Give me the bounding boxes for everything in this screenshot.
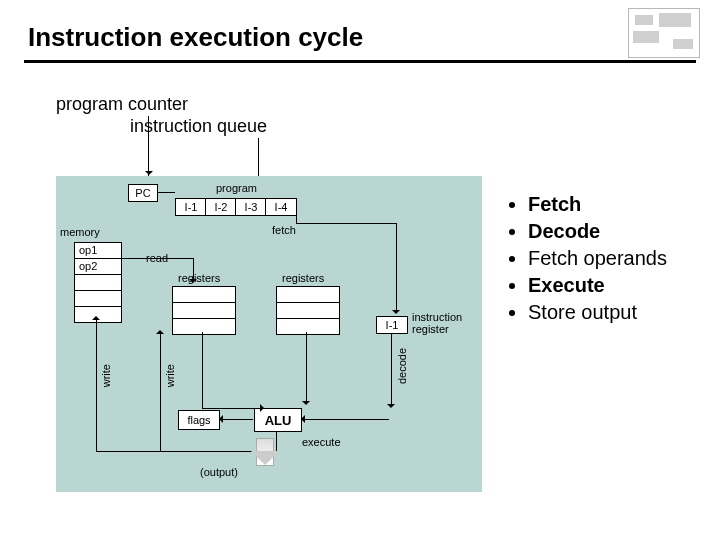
line-regL-down (202, 332, 203, 408)
label-program: program (216, 182, 257, 194)
line-alu-down (276, 431, 277, 451)
label-output: (output) (200, 466, 238, 478)
page-title: Instruction execution cycle (28, 22, 363, 53)
line-fetch-1 (296, 215, 297, 223)
iq-4: I-4 (265, 198, 297, 216)
line-read-1 (121, 258, 193, 259)
ah-regL (260, 404, 268, 412)
label-program-counter: program counter (56, 94, 188, 115)
ah-flags (215, 415, 223, 423)
bullet-decode: Decode (528, 219, 710, 244)
ah-write-reg (156, 326, 164, 334)
arrow-pc (148, 116, 149, 178)
mem-r4 (75, 291, 121, 307)
flags-box: flags (178, 410, 220, 430)
iq-3: I-3 (235, 198, 267, 216)
ah-ir-alu (297, 415, 305, 423)
label-instruction-register: instruction register (412, 311, 462, 335)
line-out-h (96, 451, 277, 452)
line-fetch-2 (296, 223, 396, 224)
label-execute: execute (302, 436, 341, 448)
bullet-execute: Execute (528, 273, 710, 298)
ah-decode (387, 404, 395, 412)
label-write-2: write (100, 364, 112, 387)
bullet-fetch-operands: Fetch operands (528, 246, 710, 271)
label-registers-1: registers (178, 272, 220, 284)
ah-write-mem (92, 312, 100, 320)
line-write-mem (96, 318, 97, 451)
label-fetch: fetch (272, 224, 296, 236)
mem-r3 (75, 275, 121, 291)
label-decode: decode (396, 348, 408, 384)
line-regL-h (202, 408, 262, 409)
line-regR-down (306, 332, 307, 402)
label-registers-2: registers (282, 272, 324, 284)
registers-right (276, 286, 340, 335)
line-flags (219, 419, 253, 420)
bullet-fetch: Fetch (528, 192, 710, 217)
registers-left (172, 286, 236, 335)
ah-regR (302, 401, 310, 409)
label-write-1: write (164, 364, 176, 387)
diagram-area: PC program I-1 I-2 I-3 I-4 fetch memory … (56, 176, 482, 492)
label-instruction-queue: instruction queue (130, 116, 267, 137)
line-write-reg (160, 332, 161, 451)
corner-logo (628, 8, 700, 58)
pc-box: PC (128, 184, 158, 202)
iq-2: I-2 (205, 198, 237, 216)
ir-box: I-1 (376, 316, 408, 334)
line-decode (391, 333, 392, 405)
bullet-list: Fetch Decode Fetch operands Execute Stor… (510, 192, 710, 327)
bullet-store-output: Store output (528, 300, 710, 325)
line-ir-alu (301, 419, 389, 420)
mem-op1: op1 (75, 243, 121, 259)
output-arrow (256, 438, 274, 466)
mem-op2: op2 (75, 259, 121, 275)
line-fetch-3 (396, 223, 397, 311)
iq-1: I-1 (175, 198, 207, 216)
title-rule (24, 60, 696, 63)
label-memory: memory (60, 226, 100, 238)
line-pc-program (157, 192, 175, 193)
memory-box: op1 op2 (74, 242, 122, 323)
